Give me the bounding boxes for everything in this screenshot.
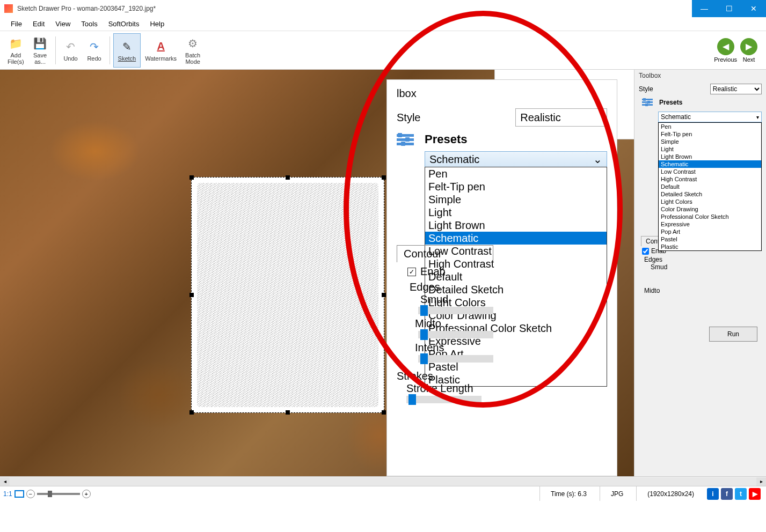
- midtones-label: Midto: [634, 287, 766, 294]
- twitter-icon[interactable]: t: [735, 488, 747, 500]
- save-as-button[interactable]: 💾Save as...: [28, 33, 52, 68]
- zoom-midtones-slider[interactable]: [418, 331, 493, 338]
- zoom-enable-checkbox[interactable]: ✓: [407, 268, 416, 276]
- resize-handle[interactable]: [382, 410, 386, 415]
- save-as-label: Save as...: [33, 52, 47, 65]
- preset-option[interactable]: Low Contrast: [659, 168, 761, 175]
- scroll-right-arrow[interactable]: ▸: [756, 477, 766, 486]
- preset-option[interactable]: Schematic: [659, 160, 761, 168]
- preset-option[interactable]: Expressive: [659, 220, 761, 228]
- divider: [55, 36, 56, 64]
- slider-thumb[interactable]: [420, 329, 428, 340]
- slider-thumb[interactable]: [420, 305, 428, 316]
- resize-handle[interactable]: [382, 175, 386, 180]
- menu-help[interactable]: Help: [144, 19, 170, 29]
- zoom-smudge-slider[interactable]: [418, 307, 493, 314]
- zoom-edges-label: Edges: [410, 281, 493, 293]
- menu-view[interactable]: View: [50, 19, 76, 29]
- slider-thumb[interactable]: [408, 394, 416, 405]
- zoom-intensity-slider[interactable]: [418, 355, 493, 363]
- window-title: Sketch Drawer Pro - woman-2003647_1920.j…: [17, 5, 692, 12]
- slider-thumb[interactable]: [420, 353, 428, 364]
- menu-edit[interactable]: Edit: [27, 19, 50, 29]
- preset-option[interactable]: Light Brown: [659, 153, 761, 160]
- redo-button[interactable]: ↷Redo: [83, 33, 106, 68]
- chevron-down-icon: ⌄: [593, 153, 602, 166]
- resize-handle[interactable]: [286, 410, 290, 415]
- zoom-in-button[interactable]: +: [82, 490, 91, 498]
- sketch-label: Sketch: [118, 55, 136, 62]
- preset-option[interactable]: Pastel: [659, 235, 761, 243]
- preset-option[interactable]: Felt-Tip pen: [425, 180, 607, 193]
- sketch-selection[interactable]: [191, 177, 384, 413]
- menu-softorbits[interactable]: SoftOrbits: [103, 19, 145, 29]
- zoom-out-button[interactable]: −: [26, 490, 35, 498]
- youtube-icon[interactable]: ▶: [749, 488, 761, 500]
- zoom-title: lbox: [397, 87, 607, 100]
- preset-option[interactable]: Light: [425, 206, 607, 219]
- resize-handle[interactable]: [286, 175, 290, 180]
- preset-option[interactable]: Light Colors: [659, 198, 761, 205]
- watermarks-button[interactable]: AWatermarks: [141, 33, 181, 68]
- slider-thumb[interactable]: [48, 491, 52, 497]
- zoom-ratio[interactable]: 1:1: [3, 490, 12, 498]
- scroll-track[interactable]: [10, 477, 756, 486]
- preset-selected-value: Schematic: [661, 113, 691, 121]
- menu-tools[interactable]: Tools: [76, 19, 103, 29]
- toolbox-panel: Toolbox Style Realistic Presets Schemati…: [634, 70, 766, 476]
- fit-window-icon[interactable]: [14, 490, 24, 498]
- preset-option[interactable]: Plastic: [659, 243, 761, 250]
- resize-handle[interactable]: [189, 175, 194, 180]
- save-icon: 💾: [33, 36, 48, 51]
- status-time: Time (s): 6.3: [539, 486, 597, 501]
- preset-option[interactable]: Simple: [659, 138, 761, 145]
- preset-option[interactable]: Light Brown: [425, 219, 607, 232]
- facebook-icon[interactable]: f: [721, 488, 733, 500]
- zoom-stroke-length-slider[interactable]: [406, 396, 482, 403]
- preset-option[interactable]: Color Drawing: [659, 205, 761, 213]
- zoom-stroke-length-label: Stroke Length: [406, 382, 493, 395]
- minimize-button[interactable]: [692, 0, 717, 17]
- sliders-icon: [397, 131, 418, 148]
- zoom-preset-value: Schematic: [429, 153, 479, 166]
- zoom-slider[interactable]: [37, 493, 80, 495]
- maximize-button[interactable]: [717, 0, 741, 17]
- preset-select[interactable]: Schematic ▾: [658, 112, 762, 122]
- undo-button[interactable]: ↶Undo: [59, 33, 83, 68]
- preset-option[interactable]: Pen: [659, 123, 761, 130]
- preset-option[interactable]: High Contrast: [659, 175, 761, 183]
- zoom-strokes-label: Strokes: [397, 370, 493, 382]
- run-button[interactable]: Run: [709, 327, 757, 342]
- preset-option[interactable]: Simple: [425, 193, 607, 206]
- preset-option[interactable]: Pen: [425, 167, 607, 180]
- resize-handle[interactable]: [382, 293, 386, 297]
- zoom-tab-contour[interactable]: Contour: [397, 245, 493, 262]
- zoom-preset-select[interactable]: Schematic ⌄: [425, 151, 607, 167]
- horizontal-scrollbar[interactable]: ◂ ▸: [0, 476, 766, 486]
- preset-option[interactable]: Default: [659, 183, 761, 190]
- scroll-left-arrow[interactable]: ◂: [0, 477, 10, 486]
- preset-option[interactable]: Pop Art: [659, 228, 761, 235]
- preset-option[interactable]: Light: [659, 145, 761, 153]
- menu-file[interactable]: File: [5, 19, 27, 29]
- preset-option[interactable]: Professional Color Sketch: [659, 213, 761, 220]
- next-button[interactable]: ▶: [740, 38, 757, 55]
- resize-handle[interactable]: [189, 293, 194, 297]
- close-button[interactable]: [741, 0, 766, 17]
- titlebar: Sketch Drawer Pro - woman-2003647_1920.j…: [0, 0, 766, 17]
- enable-checkbox[interactable]: [642, 248, 649, 255]
- preset-dropdown-list[interactable]: PenFelt-Tip penSimpleLightLight BrownSch…: [658, 122, 762, 251]
- add-files-button[interactable]: 📁Add File(s): [3, 33, 28, 68]
- preset-option[interactable]: Detailed Sketch: [659, 190, 761, 198]
- sketch-button[interactable]: ✎Sketch: [113, 33, 141, 68]
- resize-handle[interactable]: [189, 410, 194, 415]
- watermarks-icon: A: [154, 39, 169, 54]
- style-select[interactable]: Realistic: [710, 84, 762, 94]
- previous-button[interactable]: ◀: [717, 38, 734, 55]
- batch-mode-button[interactable]: ⚙Batch Mode: [181, 33, 205, 68]
- redo-label: Redo: [87, 55, 101, 62]
- zoom-style-select[interactable]: Realistic: [515, 108, 607, 127]
- toolbox-header: Toolbox: [634, 70, 766, 82]
- info-icon[interactable]: i: [707, 488, 719, 500]
- preset-option[interactable]: Felt-Tip pen: [659, 130, 761, 138]
